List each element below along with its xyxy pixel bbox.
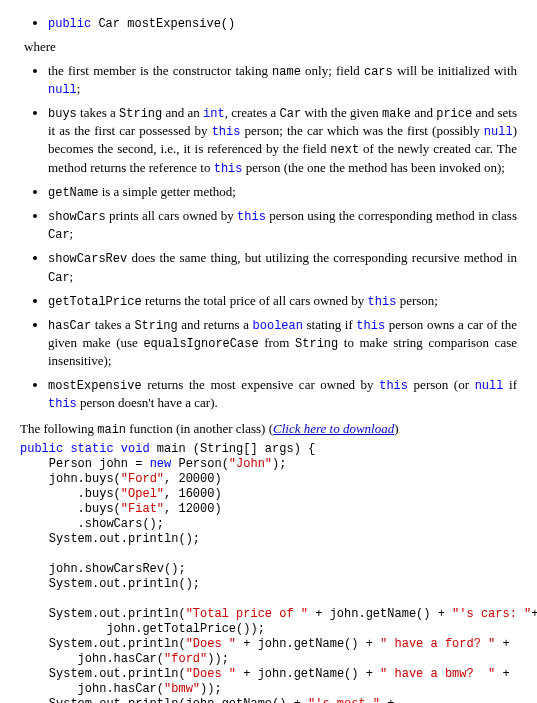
kw-this: this xyxy=(214,162,243,176)
sig-rest: Car mostExpensive() xyxy=(91,17,235,31)
kw-this: this xyxy=(368,295,397,309)
kw-null: null xyxy=(484,125,513,139)
kw-boolean: boolean xyxy=(253,319,303,333)
item-getName: getName is a simple getter method; xyxy=(48,183,517,201)
item-showCarsRev: showCarsRev does the same thing, but uti… xyxy=(48,249,517,285)
kw-this: this xyxy=(356,319,385,333)
sig-mostExpensive: public Car mostExpensive() xyxy=(48,14,517,32)
description-list: the first member is the constructor taki… xyxy=(20,62,517,413)
kw-int: int xyxy=(203,107,225,121)
item-hasCar: hasCar takes a String and returns a bool… xyxy=(48,316,517,370)
kw-this: this xyxy=(48,397,77,411)
kw-this: this xyxy=(212,125,241,139)
method-signature-list: public Car mostExpensive() xyxy=(20,14,517,32)
item-getTotalPrice: getTotalPrice returns the total price of… xyxy=(48,292,517,310)
main-intro: The following main function (in another … xyxy=(20,420,517,438)
kw-this: this xyxy=(379,379,408,393)
item-mostExpensive: mostExpensive returns the most expensive… xyxy=(48,376,517,412)
kw-null: null xyxy=(475,379,504,393)
item-showCars: showCars prints all cars owned by this p… xyxy=(48,207,517,243)
where-label: where xyxy=(24,38,517,56)
code-block-main: public static void main (String[] args) … xyxy=(20,442,517,703)
kw-this: this xyxy=(237,210,266,224)
item-buys: buys takes a String and an int, creates … xyxy=(48,104,517,177)
kw-public: public xyxy=(48,17,91,31)
download-link[interactable]: Click here to download xyxy=(273,421,394,436)
kw-null: null xyxy=(48,83,77,97)
item-constructor: the first member is the constructor taki… xyxy=(48,62,517,98)
